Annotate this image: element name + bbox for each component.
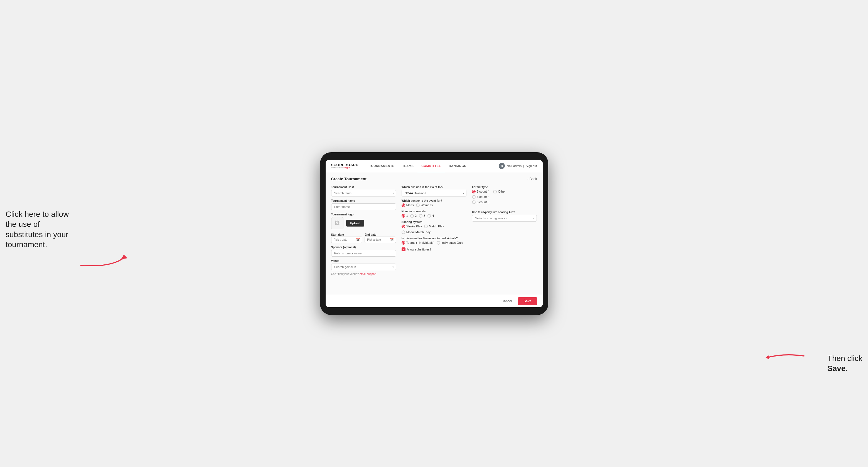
scoring-stroke-label: Stroke Play bbox=[406, 225, 422, 228]
gender-mens-label: Mens bbox=[406, 204, 414, 207]
scoring-match[interactable]: Match Play bbox=[424, 225, 444, 228]
main-nav: TOURNAMENTS TEAMS COMMITTEE RANKINGS bbox=[365, 160, 499, 172]
event-teams-label: Teams (+Individuals) bbox=[406, 241, 434, 244]
navbar: SCOREBOARD Powered by clippd TOURNAMENTS… bbox=[326, 160, 543, 172]
arrow-right-icon bbox=[762, 348, 807, 364]
event-teams[interactable]: Teams (+Individuals) bbox=[402, 241, 434, 245]
division-select-wrap: NCAA Division I bbox=[402, 190, 466, 196]
format-6count5-radio[interactable] bbox=[472, 200, 475, 204]
rounds-label: Number of rounds bbox=[402, 210, 466, 213]
format-other-radio[interactable] bbox=[493, 190, 497, 193]
substitutes-checkbox-item[interactable]: Allow substitutes? bbox=[402, 247, 466, 251]
pipe-separator: | bbox=[523, 164, 524, 167]
scoring-medal-label: Medal Match Play bbox=[406, 230, 431, 234]
rounds-4-radio[interactable] bbox=[428, 214, 431, 218]
scoring-api-input[interactable] bbox=[472, 215, 537, 221]
end-date-group: End date 📅 bbox=[365, 232, 396, 243]
bottom-bar: Cancel Save bbox=[326, 295, 543, 307]
division-select[interactable]: NCAA Division I bbox=[402, 190, 466, 196]
event-teams-radio[interactable] bbox=[402, 241, 405, 245]
nav-tournaments[interactable]: TOURNAMENTS bbox=[365, 160, 398, 172]
gender-group: Which gender is the event for? Mens Wome… bbox=[402, 199, 466, 207]
tournament-name-group: Tournament name bbox=[331, 199, 396, 210]
rounds-1-radio[interactable] bbox=[402, 214, 405, 218]
user-menu: B blair admin | Sign out bbox=[499, 163, 537, 169]
format-group: Format type 5 count 4 Other bbox=[472, 186, 537, 204]
rounds-3[interactable]: 3 bbox=[419, 214, 425, 218]
scoring-stroke-radio[interactable] bbox=[402, 225, 405, 228]
save-button[interactable]: Save bbox=[518, 297, 537, 305]
page-content: Create Tournament ‹ Back Tournament Host… bbox=[326, 172, 543, 295]
rounds-2[interactable]: 2 bbox=[410, 214, 416, 218]
format-5count4-radio[interactable] bbox=[472, 190, 475, 193]
end-date-wrap: 📅 bbox=[365, 237, 396, 243]
format-6count5[interactable]: 6 count 5 bbox=[472, 200, 537, 204]
nav-teams[interactable]: TEAMS bbox=[398, 160, 417, 172]
division-label: Which division is the event for? bbox=[402, 186, 466, 189]
format-6count4-radio[interactable] bbox=[472, 195, 475, 199]
nav-rankings[interactable]: RANKINGS bbox=[445, 160, 470, 172]
format-5count4[interactable]: 5 count 4 bbox=[472, 190, 489, 193]
start-date-label: Start date bbox=[331, 233, 344, 236]
scoring-medal[interactable]: Medal Match Play bbox=[402, 230, 431, 234]
rounds-3-radio[interactable] bbox=[419, 214, 423, 218]
scoring-radio-group: Stroke Play Match Play Medal Match Play bbox=[402, 225, 466, 234]
format-other[interactable]: Other bbox=[493, 190, 506, 193]
scoring-api-group: Use third-party live scoring API? bbox=[472, 211, 537, 221]
event-individuals[interactable]: Individuals Only bbox=[437, 241, 463, 245]
gender-womens[interactable]: Womens bbox=[416, 204, 433, 207]
event-individuals-radio[interactable] bbox=[437, 241, 440, 245]
format-6count4[interactable]: 6 count 4 bbox=[472, 195, 537, 199]
user-name: blair admin bbox=[506, 164, 522, 167]
format-options: 5 count 4 Other 6 count 4 bbox=[472, 190, 537, 204]
calendar-end-icon: 📅 bbox=[390, 238, 394, 242]
gender-radio-group: Mens Womens bbox=[402, 204, 466, 207]
rounds-2-radio[interactable] bbox=[410, 214, 414, 218]
tournament-name-input[interactable] bbox=[331, 204, 396, 210]
substitutes-checkbox[interactable] bbox=[402, 247, 405, 251]
clippd-brand: clippd bbox=[343, 166, 350, 169]
event-type-label: Is this event for Teams and/or Individua… bbox=[402, 237, 466, 240]
start-date-group: Start date 📅 bbox=[331, 232, 363, 243]
scoring-medal-radio[interactable] bbox=[402, 230, 405, 234]
gender-mens-radio[interactable] bbox=[402, 204, 405, 207]
form-grid: Tournament Host Tournament name Tourname… bbox=[331, 186, 537, 276]
tournament-host-wrap bbox=[331, 190, 396, 196]
cancel-button[interactable]: Cancel bbox=[498, 298, 515, 305]
gender-womens-label: Womens bbox=[421, 204, 433, 207]
format-label: Format type bbox=[472, 186, 537, 189]
rounds-4[interactable]: 4 bbox=[428, 214, 434, 218]
gender-mens[interactable]: Mens bbox=[402, 204, 414, 207]
rounds-3-label: 3 bbox=[424, 214, 425, 217]
scoring-stroke[interactable]: Stroke Play bbox=[402, 225, 422, 228]
rounds-1[interactable]: 1 bbox=[402, 214, 408, 218]
upload-button[interactable]: Upload bbox=[346, 220, 364, 226]
sponsor-input[interactable] bbox=[331, 250, 396, 257]
form-col-1: Tournament Host Tournament name Tourname… bbox=[331, 186, 396, 276]
avatar: B bbox=[499, 163, 505, 169]
tournament-host-input[interactable] bbox=[331, 190, 396, 196]
back-link[interactable]: ‹ Back bbox=[527, 177, 537, 181]
logo-upload-row: 🖼 Upload bbox=[331, 217, 396, 229]
calendar-icon: 📅 bbox=[356, 238, 360, 242]
scoring-group: Scoring system Stroke Play Match Play bbox=[402, 220, 466, 234]
page-title: Create Tournament bbox=[331, 177, 367, 181]
logo-placeholder: 🖼 bbox=[331, 217, 343, 229]
scoring-match-radio[interactable] bbox=[424, 225, 428, 228]
nav-committee[interactable]: COMMITTEE bbox=[417, 160, 445, 172]
date-row: Start date 📅 End date 📅 bbox=[331, 232, 396, 243]
format-5count4-label: 5 count 4 bbox=[477, 190, 489, 193]
rounds-2-label: 2 bbox=[415, 214, 416, 217]
rounds-radio-group: 1 2 3 4 bbox=[402, 214, 466, 218]
tournament-host-group: Tournament Host bbox=[331, 186, 396, 196]
venue-select-wrap bbox=[331, 263, 396, 270]
gender-womens-radio[interactable] bbox=[416, 204, 420, 207]
tablet-screen: SCOREBOARD Powered by clippd TOURNAMENTS… bbox=[326, 160, 543, 307]
dates-group: Start date 📅 End date 📅 bbox=[331, 232, 396, 243]
sign-out-link[interactable]: Sign out bbox=[526, 164, 537, 167]
svg-marker-0 bbox=[121, 255, 127, 259]
email-support-link[interactable]: email support bbox=[360, 273, 376, 276]
venue-input[interactable] bbox=[331, 263, 396, 270]
rounds-4-label: 4 bbox=[432, 214, 434, 217]
event-type-radio-group: Teams (+Individuals) Individuals Only bbox=[402, 241, 466, 245]
